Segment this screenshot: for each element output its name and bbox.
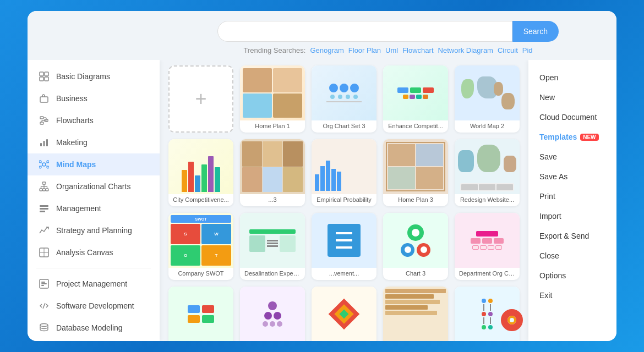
manage-icon (39, 203, 50, 214)
template-thumb-org-set-2 (240, 287, 305, 341)
sidebar-label-mind-maps: Mind Maps (56, 160, 96, 169)
sidebar-item-management[interactable]: Management (28, 197, 160, 219)
template-home-plan-3[interactable]: Home Plan 3 (383, 139, 448, 206)
trending-network[interactable]: Network Diagram (438, 46, 493, 54)
right-panel-cloud-doc[interactable]: Cloud Document (528, 107, 616, 127)
right-panel-templates-label: Templates (539, 133, 577, 141)
sidebar-item-wireframes[interactable]: Wireframes (28, 339, 160, 341)
search-button[interactable]: Search (512, 21, 559, 42)
right-panel-options[interactable]: Options (528, 266, 616, 285)
right-panel-import-label: Import (539, 212, 561, 221)
svg-rect-26 (40, 189, 42, 191)
right-panel-new[interactable]: New (528, 87, 616, 107)
template-world-map-2[interactable]: World Map 2 (455, 65, 520, 133)
trending-floor-plan[interactable]: Floor Plan (348, 46, 381, 54)
sidebar-item-business[interactable]: Business (28, 87, 160, 109)
svg-point-45 (40, 324, 48, 327)
search-row: Search (217, 21, 559, 42)
sidebar-item-project-mgmt[interactable]: Project Management (28, 273, 160, 295)
template-thumb-org-chart-3 (312, 65, 376, 120)
right-panel-export-send-label: Export & Send (539, 232, 589, 240)
template-thumb-world-map-2 (455, 65, 520, 120)
svg-rect-13 (40, 143, 42, 146)
template-thumb-empirical-prob (312, 139, 376, 194)
svg-rect-4 (40, 97, 48, 102)
svg-rect-25 (42, 182, 46, 184)
svg-point-16 (42, 163, 46, 166)
content-area: + Home Plan 1 (160, 60, 528, 341)
sidebar-label-database: Database Modeling (56, 323, 123, 332)
template-label-swot: Company SWOT (168, 268, 233, 280)
sidebar-label-basic-diagrams: Basic Diagrams (56, 72, 110, 81)
template-label-org-chart-3: Org Chart Set 3 (312, 120, 376, 133)
template-business-matrix[interactable]: Business Matrix ... (312, 287, 376, 341)
right-panel-save-label: Save (539, 152, 557, 161)
template-swot[interactable]: SWOT S W O T Company SWOT (168, 213, 233, 280)
sidebar-item-flowcharts[interactable]: Flowcharts (28, 109, 160, 131)
right-panel-print[interactable]: Print (528, 186, 616, 206)
search-area: Search Trending Searches: Genogram Floor… (28, 11, 616, 60)
sidebar-item-strategy[interactable]: Strategy and Planning (28, 219, 160, 241)
template-label-plan-prev: ...3 (240, 194, 305, 206)
svg-point-19 (39, 166, 41, 168)
grid-icon (39, 71, 50, 82)
flow-icon (39, 115, 50, 126)
sidebar-item-database[interactable]: Database Modeling (28, 317, 160, 339)
template-label-movement: ...vement... (312, 268, 376, 280)
template-label-home-plan-1: Home Plan 1 (240, 120, 305, 133)
trending-uml[interactable]: Uml (385, 46, 398, 54)
add-new-card[interactable]: + (168, 65, 233, 133)
right-panel-export-send[interactable]: Export & Send (528, 226, 616, 246)
template-thumb-city-competitive (168, 139, 233, 194)
template-redesign[interactable]: Redesign Website... (455, 139, 520, 206)
search-input[interactable] (217, 21, 512, 42)
template-home-plan-1[interactable]: Home Plan 1 (240, 65, 305, 133)
template-label-empirical-prob: Empirical Probability (312, 194, 376, 206)
template-movement[interactable]: ...vement... (312, 213, 376, 280)
template-thumb-home-plan-3 (383, 139, 448, 194)
trending-flowchart[interactable]: Flowchart (402, 46, 433, 54)
template-desal[interactable]: Desalination Experi... (240, 213, 305, 280)
template-enhance[interactable]: Enhance Competit... (383, 65, 448, 133)
template-dept-org[interactable]: Department Org Chart (455, 213, 520, 280)
sidebar-item-maketing[interactable]: Maketing (28, 131, 160, 153)
right-panel-exit-label: Exit (539, 291, 552, 300)
template-org-chart-3[interactable]: Org Chart Set 3 (312, 65, 376, 133)
right-panel-save-as-label: Save As (539, 172, 567, 181)
template-thumb-desal (240, 213, 305, 268)
sidebar: Basic Diagrams Business Flowcharts Maket… (28, 60, 160, 341)
sidebar-label-analysis: Analysis Canvas (56, 248, 113, 257)
template-plan-prev[interactable]: ...3 (240, 139, 305, 206)
svg-rect-28 (46, 189, 48, 191)
template-2d-block[interactable]: 2D Block 23 (168, 287, 233, 341)
right-panel-save[interactable]: Save (528, 147, 616, 167)
template-empirical-prob[interactable]: Empirical Probability (312, 139, 376, 206)
sidebar-item-software-dev[interactable]: Software Development (28, 295, 160, 317)
right-panel-close-label: Close (539, 251, 559, 260)
right-panel-close[interactable]: Close (528, 246, 616, 266)
template-city-competitive[interactable]: City Competitivene... (168, 139, 233, 206)
template-planning[interactable]: Plannin... (383, 287, 448, 341)
sidebar-item-analysis[interactable]: Analysis Canvas (28, 241, 160, 263)
template-label-city-competitive: City Competitivene... (168, 194, 233, 206)
trending-pid[interactable]: Pid (522, 46, 533, 54)
svg-rect-34 (40, 205, 48, 207)
sidebar-item-basic-diagrams[interactable]: Basic Diagrams (28, 65, 160, 87)
right-panel-templates[interactable]: Templates NEW (528, 127, 616, 147)
right-panel-import[interactable]: Import (528, 206, 616, 226)
trending-genogram[interactable]: Genogram (310, 46, 343, 54)
svg-line-24 (46, 166, 47, 167)
svg-rect-36 (40, 211, 45, 212)
sidebar-item-mind-maps[interactable]: Mind Maps (28, 153, 160, 175)
sidebar-item-org-charts[interactable]: Organizational Charts (28, 175, 160, 197)
template-thumb-plan-prev (240, 139, 305, 194)
right-panel-open[interactable]: Open (528, 68, 616, 87)
right-panel-exit[interactable]: Exit (528, 285, 616, 305)
right-panel-save-as[interactable]: Save As (528, 167, 616, 186)
strategy-icon (39, 225, 50, 236)
sidebar-label-maketing: Maketing (56, 138, 88, 147)
right-panel-new-label: New (539, 93, 555, 102)
trending-circuit[interactable]: Circuit (498, 46, 518, 54)
template-org-set-2[interactable]: Org Chart Set 2 (240, 287, 305, 341)
template-chart-3[interactable]: Chart 3 (383, 213, 448, 280)
